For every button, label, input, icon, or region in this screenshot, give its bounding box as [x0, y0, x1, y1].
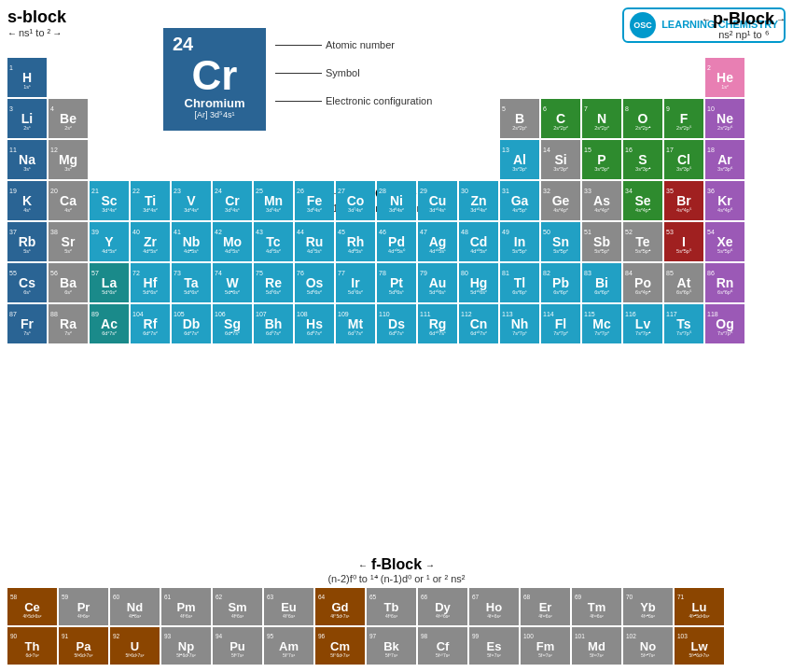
element-Cu[interactable]: 29 Cu 3d¹⁰4s¹ — [418, 181, 457, 220]
element-Co[interactable]: 27 Co 3d⁷4s² — [336, 181, 375, 220]
element-Sr[interactable]: 38 Sr 5s² — [49, 222, 88, 261]
element-Kr[interactable]: 36 Kr 4s²4p⁶ — [705, 181, 744, 220]
element-Nh[interactable]: 113 Nh 7s²7p¹ — [500, 304, 539, 343]
element-Cf[interactable]: 98 Cf 5f¹⁰7s² — [418, 627, 467, 665]
element-Ti[interactable]: 22 Ti 3d²4s² — [131, 181, 170, 220]
element-Np[interactable]: 93 Np 5f⁴6d¹7s² — [161, 627, 211, 665]
element-Hg[interactable]: 80 Hg 5d¹⁰6s² — [459, 263, 498, 302]
element-Fl[interactable]: 114 Fl 7s²7p² — [541, 304, 580, 343]
element-Lu[interactable]: 71 Lu 4f¹⁴5d¹6s² — [675, 588, 724, 625]
element-Pu[interactable]: 94 Pu 5f⁶7s² — [213, 627, 262, 665]
element-Dy[interactable]: 66 Dy 4f¹⁰6s² — [418, 588, 467, 625]
element-Xe[interactable]: 54 Xe 5s²5p⁶ — [705, 222, 744, 261]
element-As[interactable]: 33 As 4s²4p³ — [582, 181, 621, 220]
element-Fr[interactable]: 87 Fr 7s¹ — [7, 304, 47, 343]
element-Ge[interactable]: 32 Ge 4s²4p² — [541, 181, 580, 220]
element-Sb[interactable]: 51 Sb 5s²5p³ — [582, 222, 621, 261]
element-Ca[interactable]: 20 Ca 4s² — [49, 181, 88, 220]
element-Sn[interactable]: 50 Sn 5s²5p² — [541, 222, 580, 261]
element-Cd[interactable]: 48 Cd 4d¹⁰5s² — [459, 222, 498, 261]
element-Sm[interactable]: 62 Sm 4f⁶6s² — [213, 588, 262, 625]
element-At[interactable]: 85 At 6s²6p⁵ — [664, 263, 703, 302]
element-Ar[interactable]: 18 Ar 3s²3p⁶ — [705, 140, 744, 179]
element-Hf[interactable]: 72 Hf 5d²6s² — [131, 263, 170, 302]
element-O[interactable]: 8 O 2s²2p⁴ — [623, 99, 662, 138]
element-Se[interactable]: 34 Se 4s²4p⁴ — [623, 181, 662, 220]
element-Bk[interactable]: 97 Bk 5f⁹7s² — [367, 627, 416, 665]
element-Fm[interactable]: 100 Fm 5f¹²7s² — [521, 627, 570, 665]
element-Rf[interactable]: 104 Rf 6d²7s² — [131, 304, 170, 343]
element-Lw[interactable]: 103 Lw 5f¹⁴6d¹7s¹ — [675, 627, 724, 665]
element-Os[interactable]: 76 Os 5d⁶6s² — [295, 263, 334, 302]
element-Ce[interactable]: 58 Ce 4f¹5d¹6s² — [7, 588, 57, 625]
element-Po[interactable]: 84 Po 6s²4p⁴ — [623, 263, 662, 302]
element-Mo[interactable]: 42 Mo 4d⁵5s¹ — [213, 222, 252, 261]
element-Nd[interactable]: 60 Nd 4f⁴6s² — [110, 588, 160, 625]
element-Ra[interactable]: 88 Ra 7s² — [49, 304, 88, 343]
element-Mg[interactable]: 12 Mg 3s² — [49, 140, 88, 179]
element-Og[interactable]: 118 Og 7s²7p⁶ — [705, 304, 744, 343]
element-Nb[interactable]: 41 Nb 4d⁴5s¹ — [172, 222, 211, 261]
element-Ag[interactable]: 47 Ag 4d¹⁰5s¹ — [418, 222, 457, 261]
element-Pr[interactable]: 59 Pr 4f³6s² — [59, 588, 108, 625]
element-Cr[interactable]: 24 Cr 3d⁵4s¹ — [213, 181, 252, 220]
element-La[interactable]: 57 La 5d¹6s² — [90, 263, 129, 302]
element-Cs[interactable]: 55 Cs 6s¹ — [7, 263, 47, 302]
element-Mn[interactable]: 25 Mn 3d⁵4s² — [254, 181, 293, 220]
element-K[interactable]: 19 K 4s¹ — [7, 181, 47, 220]
element-Ds[interactable]: 110 Ds 6d⁸7s¹ — [377, 304, 416, 343]
element-B[interactable]: 5 B 2s²2p¹ — [500, 99, 539, 138]
element-Zr[interactable]: 40 Zr 4d²5s² — [131, 222, 170, 261]
element-No[interactable]: 102 No 5f¹⁴7s² — [623, 627, 673, 665]
element-Sc[interactable]: 21 Sc 3d¹4s² — [90, 181, 129, 220]
element-Md[interactable]: 101 Md 5f¹³7s² — [572, 627, 621, 665]
element-Rn[interactable]: 86 Rn 6s²6p⁶ — [705, 263, 744, 302]
element-Ho[interactable]: 67 Ho 4f¹¹6s² — [469, 588, 519, 625]
element-Be[interactable]: 4 Be 2s² — [49, 99, 88, 138]
element-In[interactable]: 49 In 5s²5p¹ — [500, 222, 539, 261]
element-Am[interactable]: 95 Am 5f⁷7s² — [264, 627, 313, 665]
element-Ga[interactable]: 31 Ga 4s²5p¹ — [500, 181, 539, 220]
element-Cl[interactable]: 17 Cl 3s²3p⁵ — [664, 140, 703, 179]
element-Y[interactable]: 39 Y 4d¹5s² — [90, 222, 129, 261]
element-Mt[interactable]: 109 Mt 6d⁷7s² — [336, 304, 375, 343]
element-Cm[interactable]: 96 Cm 5f⁷6d¹7s² — [315, 627, 365, 665]
element-Yb[interactable]: 70 Yb 4f¹⁴6s² — [623, 588, 673, 625]
element-Si[interactable]: 14 Si 3s²3p² — [541, 140, 580, 179]
element-Fe[interactable]: 26 Fe 3d⁶4s² — [295, 181, 334, 220]
element-S[interactable]: 16 S 3s²3p⁴ — [623, 140, 662, 179]
element-V[interactable]: 23 V 3d³4s² — [172, 181, 211, 220]
element-U[interactable]: 92 U 5f³6d¹7s² — [110, 627, 160, 665]
element-W[interactable]: 74 W 5d⁴6s² — [213, 263, 252, 302]
element-C[interactable]: 6 C 2s²2p² — [541, 99, 580, 138]
element-Ru[interactable]: 44 Ru 4d⁷5s¹ — [295, 222, 334, 261]
element-H[interactable]: 1 H 1s¹ — [7, 58, 47, 97]
element-P[interactable]: 15 P 3s²3p³ — [582, 140, 621, 179]
element-Tl[interactable]: 81 Tl 6s²6p¹ — [500, 263, 539, 302]
element-Tm[interactable]: 69 Tm 4f¹³6s² — [572, 588, 621, 625]
element-I[interactable]: 53 I 5s²5p⁵ — [664, 222, 703, 261]
element-Eu[interactable]: 63 Eu 4f⁷6s² — [264, 588, 313, 625]
element-Rg[interactable]: 111 Rg 6d¹⁰7s¹ — [418, 304, 457, 343]
element-Ir[interactable]: 77 Ir 5d⁷6s² — [336, 263, 375, 302]
element-Pa[interactable]: 91 Pa 5f²6d¹7s² — [59, 627, 108, 665]
element-Rb[interactable]: 37 Rb 5s¹ — [7, 222, 47, 261]
element-Ac[interactable]: 89 Ac 6d¹7s² — [90, 304, 129, 343]
element-Ni[interactable]: 28 Ni 3d⁸4s² — [377, 181, 416, 220]
element-Cn[interactable]: 112 Cn 6d¹⁰7s² — [459, 304, 498, 343]
element-Lv[interactable]: 116 Lv 7s²7p⁴ — [623, 304, 662, 343]
element-Na[interactable]: 11 Na 3s¹ — [7, 140, 47, 179]
element-Ta[interactable]: 73 Ta 5d³6s² — [172, 263, 211, 302]
element-Re[interactable]: 75 Re 5d⁵6s² — [254, 263, 293, 302]
element-Al[interactable]: 13 Al 3s²3p¹ — [500, 140, 539, 179]
element-Er[interactable]: 68 Er 4f¹²6s² — [521, 588, 570, 625]
element-Hs[interactable]: 108 Hs 6d⁶7s² — [295, 304, 334, 343]
element-Sg[interactable]: 106 Sg 6d⁴7s² — [213, 304, 252, 343]
element-Ba[interactable]: 56 Ba 6s² — [49, 263, 88, 302]
element-Te[interactable]: 52 Te 5s²5p⁴ — [623, 222, 662, 261]
element-Pt[interactable]: 78 Pt 5d⁹6s¹ — [377, 263, 416, 302]
element-He[interactable]: 2 He 1s² — [705, 58, 744, 97]
element-Rh[interactable]: 45 Rh 4d⁸5s¹ — [336, 222, 375, 261]
element-Db[interactable]: 105 Db 6d³7s² — [172, 304, 211, 343]
element-Ne[interactable]: 10 Ne 2s²2p⁶ — [705, 99, 744, 138]
